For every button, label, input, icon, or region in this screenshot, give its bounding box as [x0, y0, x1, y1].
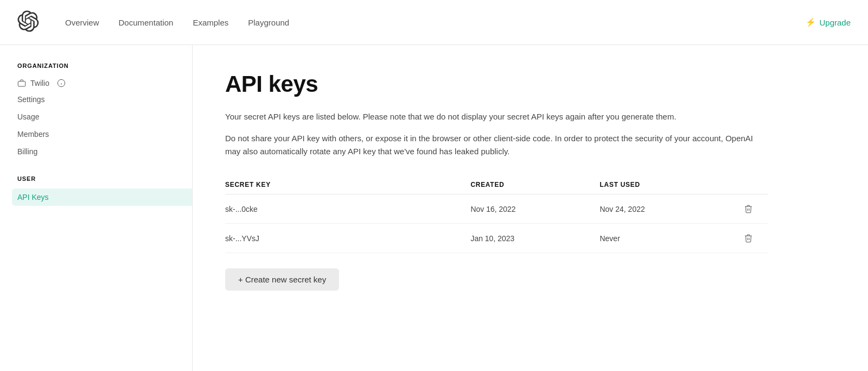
info-icon: [57, 79, 66, 87]
delete-button[interactable]: [729, 234, 768, 243]
delete-button[interactable]: [729, 204, 768, 213]
sidebar-item-settings[interactable]: Settings: [17, 91, 192, 108]
sidebar-item-api-keys[interactable]: API Keys: [12, 188, 192, 206]
secret-key-cell: sk-...YVsJ: [225, 224, 470, 253]
last-used-cell: Nov 24, 2022: [599, 194, 729, 224]
nav-item-overview[interactable]: Overview: [65, 18, 99, 27]
actions-cell: [729, 194, 768, 224]
secret-key-cell: sk-...0cke: [225, 194, 470, 224]
actions-cell: [729, 224, 768, 253]
main-content: API keys Your secret API keys are listed…: [193, 45, 868, 371]
col-header-secret-key: SECRET KEY: [225, 175, 470, 194]
api-keys-table: SECRET KEY CREATED LAST USED sk-...0cke …: [225, 175, 768, 253]
nav-item-documentation[interactable]: Documentation: [119, 18, 174, 27]
col-header-last-used: LAST USED: [599, 175, 729, 194]
create-secret-key-button[interactable]: + Create new secret key: [225, 268, 339, 291]
description-1: Your secret API keys are listed below. P…: [225, 110, 768, 123]
org-section-label: ORGANIZATION: [17, 62, 192, 69]
table-row: sk-...YVsJ Jan 10, 2023 Never: [225, 224, 768, 253]
table-row: sk-...0cke Nov 16, 2022 Nov 24, 2022: [225, 194, 768, 224]
table-body: sk-...0cke Nov 16, 2022 Nov 24, 2022: [225, 194, 768, 253]
col-header-created: CREATED: [470, 175, 599, 194]
upgrade-button[interactable]: ⚡ Upgrade: [806, 17, 851, 27]
upgrade-label: Upgrade: [819, 18, 851, 27]
logo[interactable]: [17, 10, 46, 34]
nav-links: Overview Documentation Examples Playgrou…: [65, 18, 786, 27]
top-nav: Overview Documentation Examples Playgrou…: [0, 0, 868, 45]
sidebar: ORGANIZATION Twilio Settings Usage Membe…: [0, 45, 193, 371]
table-header: SECRET KEY CREATED LAST USED: [225, 175, 768, 194]
main-layout: ORGANIZATION Twilio Settings Usage Membe…: [0, 45, 868, 371]
page-title: API keys: [225, 71, 835, 97]
created-cell: Nov 16, 2022: [470, 194, 599, 224]
briefcase-icon: [17, 79, 26, 87]
user-section-label: USER: [17, 175, 192, 182]
bolt-icon: ⚡: [806, 17, 816, 27]
org-name: Twilio: [30, 79, 49, 87]
last-used-cell: Never: [599, 224, 729, 253]
sidebar-item-org[interactable]: Twilio: [17, 76, 192, 91]
sidebar-item-usage[interactable]: Usage: [17, 108, 192, 125]
col-header-actions: [729, 175, 768, 194]
nav-item-playground[interactable]: Playground: [248, 18, 289, 27]
sidebar-item-members[interactable]: Members: [17, 125, 192, 143]
created-cell: Jan 10, 2023: [470, 224, 599, 253]
description-2: Do not share your API key with others, o…: [225, 132, 768, 158]
nav-item-examples[interactable]: Examples: [193, 18, 228, 27]
sidebar-item-billing[interactable]: Billing: [17, 143, 192, 160]
svg-rect-0: [18, 81, 25, 86]
